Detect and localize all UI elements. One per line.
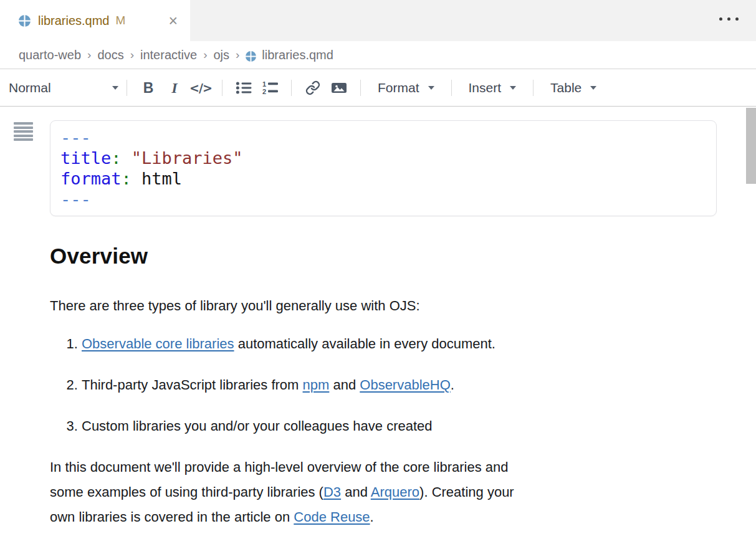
numbered-list-icon: 1 2: [262, 80, 279, 95]
yaml-front-matter-block[interactable]: ---title: "Libraries"format: html---: [50, 120, 717, 216]
image-icon: [331, 80, 347, 95]
list-item: Third-party JavaScript libraries from np…: [82, 373, 756, 398]
formatting-toolbar: Normal B I </> 1 2: [0, 70, 756, 107]
bold-icon: B: [143, 80, 154, 97]
heading-overview: Overview: [50, 244, 756, 269]
doc-link[interactable]: Code Reuse: [294, 509, 370, 525]
breadcrumb-item-docs[interactable]: docs: [97, 48, 123, 62]
insert-image-button[interactable]: [326, 75, 352, 100]
breadcrumb-item-ojs[interactable]: ojs: [213, 48, 229, 62]
breadcrumb: quarto-web › docs › interactive › ojs › …: [0, 41, 756, 69]
chevron-down-icon: [112, 86, 118, 90]
tab-bar: libraries.qmd M ×: [0, 0, 756, 41]
breadcrumb-separator: ›: [203, 48, 207, 62]
toolbar-divider: [533, 80, 534, 96]
breadcrumb-item-interactive[interactable]: interactive: [140, 48, 197, 62]
toolbar-divider: [291, 80, 292, 96]
breadcrumb-separator: ›: [130, 48, 134, 62]
svg-text:2: 2: [262, 88, 266, 95]
code-icon: </>: [189, 81, 212, 95]
insert-menu[interactable]: Insert: [460, 80, 525, 95]
link-icon: [305, 80, 320, 95]
toolbar-divider: [222, 80, 222, 96]
vertical-scrollbar-thumb[interactable]: [746, 108, 756, 184]
block-drag-handle-icon[interactable]: [14, 122, 33, 143]
list-item: Observable core libraries automatically …: [82, 332, 756, 356]
breadcrumb-item-quarto-web[interactable]: quarto-web: [19, 48, 81, 62]
breadcrumb-separator: ›: [87, 48, 91, 62]
doc-link[interactable]: D3: [323, 484, 341, 500]
paragraph-style-dropdown[interactable]: Normal: [7, 80, 118, 95]
breadcrumb-item-libraries-qmd[interactable]: libraries.qmd: [262, 48, 333, 62]
paragraph-line: own libraries is covered in the article …: [50, 505, 756, 530]
insert-link-button[interactable]: [300, 75, 326, 100]
code-button[interactable]: </>: [188, 75, 214, 100]
paragraph-line: In this document we'll provide a high-le…: [50, 455, 756, 480]
bullet-list-button[interactable]: [231, 75, 257, 100]
svg-text:1: 1: [262, 80, 266, 88]
library-types-list: Observable core libraries automatically …: [50, 332, 756, 439]
tab-filename: libraries.qmd: [38, 14, 109, 28]
list-item: Custom libraries you and/or your colleag…: [82, 414, 756, 439]
format-menu-label: Format: [378, 80, 419, 95]
paragraph-line: some examples of using third-party libra…: [50, 480, 756, 505]
paragraph-style-value: Normal: [9, 80, 51, 95]
insert-menu-label: Insert: [469, 80, 502, 95]
toolbar-divider: [360, 80, 361, 96]
doc-link[interactable]: Observable core libraries: [82, 336, 234, 351]
chevron-down-icon: [590, 86, 596, 90]
italic-button[interactable]: I: [161, 75, 188, 100]
doc-link[interactable]: npm: [303, 377, 330, 393]
chevron-down-icon: [428, 86, 434, 90]
format-menu[interactable]: Format: [369, 80, 443, 95]
editor-canvas[interactable]: ---title: "Libraries"format: html--- Ove…: [0, 107, 756, 554]
italic-icon: I: [171, 80, 177, 97]
close-icon[interactable]: ×: [168, 13, 178, 29]
quarto-icon: [19, 15, 31, 27]
numbered-list-button[interactable]: 1 2: [257, 75, 283, 100]
closing-paragraph: In this document we'll provide a high-le…: [50, 455, 756, 530]
more-actions-icon[interactable]: [719, 17, 739, 21]
doc-link[interactable]: ObservableHQ: [360, 377, 451, 393]
toolbar-divider: [127, 80, 127, 96]
table-menu-label: Table: [550, 80, 581, 95]
modified-badge: M: [115, 14, 125, 27]
doc-link[interactable]: Arquero: [371, 484, 419, 500]
bold-button[interactable]: B: [135, 75, 161, 100]
chevron-down-icon: [510, 86, 516, 90]
toolbar-divider: [451, 80, 452, 96]
bullet-list-icon: [236, 80, 252, 95]
quarto-icon: [246, 51, 256, 62]
table-menu[interactable]: Table: [542, 80, 605, 95]
tab-libraries-qmd[interactable]: libraries.qmd M ×: [0, 0, 190, 41]
intro-paragraph: There are three types of library you'll …: [50, 297, 756, 315]
breadcrumb-separator: ›: [236, 48, 239, 62]
